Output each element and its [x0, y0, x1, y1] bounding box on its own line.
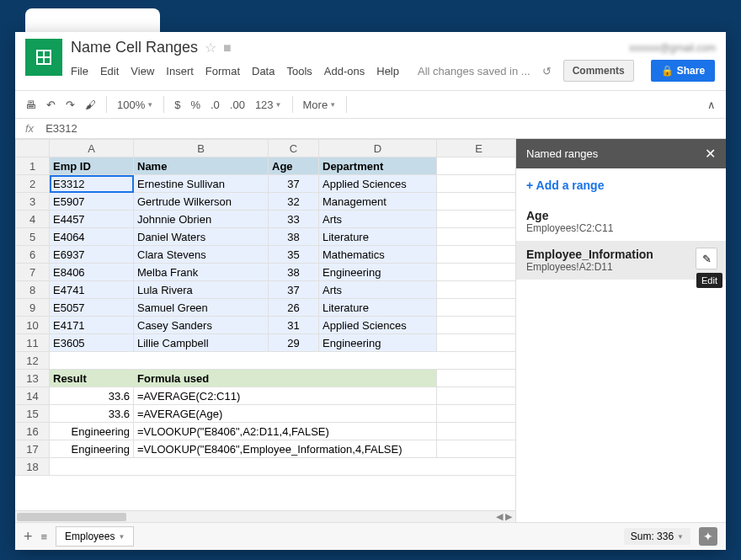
more-dropdown[interactable]: More ▼: [303, 99, 337, 111]
edit-range-button[interactable]: ✎: [696, 248, 717, 269]
cell[interactable]: Engineering: [319, 334, 437, 352]
collapse-up-icon[interactable]: ∧: [707, 99, 716, 111]
sum-indicator[interactable]: Sum: 336 ▼: [624, 528, 690, 545]
cell[interactable]: 33.6: [50, 387, 134, 405]
close-icon[interactable]: ✕: [705, 146, 716, 162]
cell[interactable]: [437, 281, 516, 299]
redo-icon[interactable]: ↷: [66, 99, 75, 111]
zoom-dropdown[interactable]: 100% ▼: [117, 99, 153, 111]
cell[interactable]: Management: [319, 193, 437, 211]
scrollbar-thumb[interactable]: [17, 513, 126, 521]
cell[interactable]: 38: [269, 228, 319, 246]
row-header[interactable]: 2: [16, 175, 50, 193]
row-header[interactable]: 6: [16, 246, 50, 264]
cell[interactable]: [437, 387, 516, 405]
row-header[interactable]: 4: [16, 211, 50, 228]
cell[interactable]: [437, 423, 516, 440]
cell[interactable]: E4741: [50, 281, 134, 299]
cell[interactable]: Applied Sciences: [319, 317, 437, 334]
row-header[interactable]: 15: [16, 405, 50, 423]
cell[interactable]: Melba Frank: [134, 264, 269, 281]
cell[interactable]: Arts: [319, 281, 437, 299]
cell[interactable]: Engineering: [319, 264, 437, 281]
cell[interactable]: =VLOOKUP("E8406",Employee_Information,4,…: [134, 440, 437, 458]
cell[interactable]: Mathematics: [319, 246, 437, 264]
cell[interactable]: [437, 370, 516, 387]
dec-increase[interactable]: .00: [230, 99, 245, 111]
cell[interactable]: Result: [50, 370, 134, 387]
cell[interactable]: Johnnie Obrien: [134, 211, 269, 228]
cell[interactable]: =AVERAGE(Age): [134, 405, 437, 423]
cell[interactable]: 37: [269, 281, 319, 299]
cell[interactable]: [50, 352, 516, 370]
menu-format[interactable]: Format: [205, 65, 240, 77]
cell[interactable]: Emp ID: [50, 157, 134, 175]
cell[interactable]: 37: [269, 175, 319, 193]
row-header[interactable]: 8: [16, 281, 50, 299]
cell[interactable]: Arts: [319, 211, 437, 228]
cell[interactable]: Formula used: [134, 370, 437, 387]
share-button[interactable]: 🔒Share: [651, 60, 715, 82]
select-all-cell[interactable]: [16, 140, 50, 157]
cell[interactable]: =AVERAGE(C2:C11): [134, 387, 437, 405]
cell[interactable]: [437, 246, 516, 264]
spreadsheet-grid[interactable]: A B C D E 1 Emp ID Name Age Department: [15, 139, 515, 476]
cell[interactable]: E5907: [50, 193, 134, 211]
menu-tools[interactable]: Tools: [286, 65, 312, 77]
add-sheet-button[interactable]: +: [24, 528, 33, 546]
dec-decrease[interactable]: .0: [211, 99, 220, 111]
scroll-right-icon[interactable]: ▶: [505, 511, 512, 521]
cell[interactable]: E4064: [50, 228, 134, 246]
folder-icon[interactable]: ■: [223, 40, 232, 56]
menu-view[interactable]: View: [131, 65, 154, 77]
print-icon[interactable]: 🖶: [25, 99, 36, 111]
cell[interactable]: Clara Stevens: [134, 246, 269, 264]
cell[interactable]: Engineering: [50, 423, 134, 440]
menu-file[interactable]: File: [71, 65, 88, 77]
menu-addons[interactable]: Add-ons: [324, 65, 365, 77]
row-header[interactable]: 17: [16, 440, 50, 458]
cell[interactable]: Ernestine Sullivan: [134, 175, 269, 193]
cell[interactable]: Lillie Campbell: [134, 334, 269, 352]
paintformat-icon[interactable]: 🖌: [85, 99, 96, 111]
cell[interactable]: E4457: [50, 211, 134, 228]
cell[interactable]: [50, 458, 516, 476]
cell[interactable]: Samuel Green: [134, 299, 269, 317]
cell[interactable]: 32: [269, 193, 319, 211]
cell[interactable]: 33: [269, 211, 319, 228]
row-header[interactable]: 5: [16, 228, 50, 246]
cell[interactable]: [437, 211, 516, 228]
col-header-E[interactable]: E: [437, 140, 516, 157]
browser-tab[interactable]: [25, 8, 160, 34]
cell[interactable]: Department: [319, 157, 437, 175]
cell[interactable]: [437, 264, 516, 281]
add-range-button[interactable]: + Add a range: [516, 168, 726, 202]
row-header[interactable]: 18: [16, 458, 50, 476]
cell[interactable]: E3312: [50, 175, 134, 193]
cell[interactable]: [437, 299, 516, 317]
row-header[interactable]: 16: [16, 423, 50, 440]
horizontal-scrollbar[interactable]: ◀ ▶: [15, 510, 515, 522]
format-percent[interactable]: %: [190, 99, 200, 111]
named-range-item[interactable]: Employee_Information Employees!A2:D11 ✎ …: [516, 241, 726, 280]
row-header[interactable]: 7: [16, 264, 50, 281]
undo-icon[interactable]: ↶: [46, 99, 56, 111]
scroll-left-icon[interactable]: ◀: [496, 511, 503, 521]
menu-edit[interactable]: Edit: [100, 65, 119, 77]
cell[interactable]: Lula Rivera: [134, 281, 269, 299]
cell[interactable]: Applied Sciences: [319, 175, 437, 193]
cell[interactable]: [437, 440, 516, 458]
cell[interactable]: Literature: [319, 228, 437, 246]
cell[interactable]: 33.6: [50, 405, 134, 423]
sheet-tab[interactable]: Employees ▼: [56, 526, 134, 547]
row-header[interactable]: 12: [16, 352, 50, 370]
cell[interactable]: Daniel Waters: [134, 228, 269, 246]
col-header-C[interactable]: C: [269, 140, 319, 157]
explore-button[interactable]: ✦: [699, 527, 717, 546]
cell[interactable]: Engineering: [50, 440, 134, 458]
row-header[interactable]: 3: [16, 193, 50, 211]
menu-data[interactable]: Data: [252, 65, 275, 77]
row-header[interactable]: 13: [16, 370, 50, 387]
cell[interactable]: 29: [269, 334, 319, 352]
cell[interactable]: E4171: [50, 317, 134, 334]
